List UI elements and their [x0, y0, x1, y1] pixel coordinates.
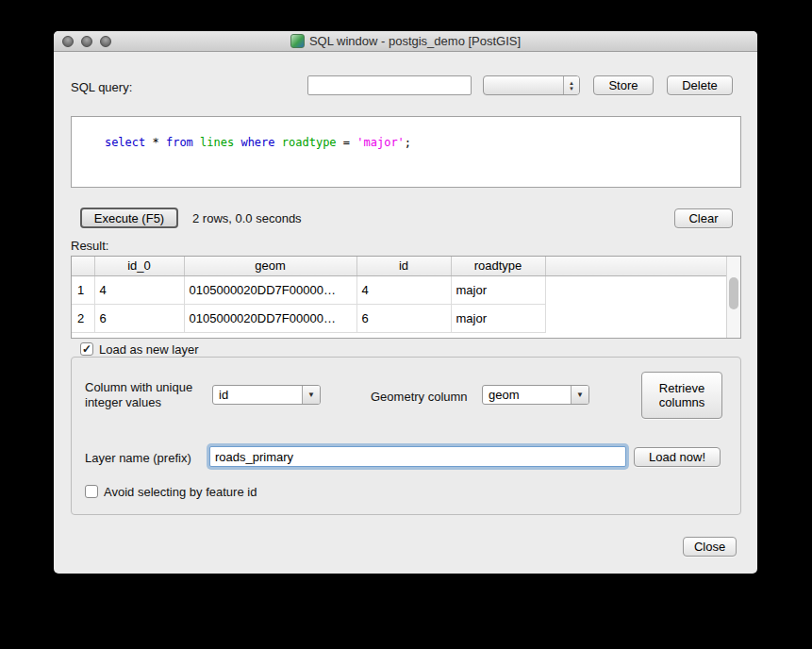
column-header-roadtype[interactable]: roadtype — [451, 257, 545, 275]
table-row: 1 4 0105000020DD7F00000… 4 major — [72, 275, 728, 304]
sql-token-keyword: where — [240, 136, 281, 149]
cell-id[interactable]: 6 — [356, 304, 451, 332]
avoid-selecting-label[interactable]: Avoid selecting by feature id — [104, 485, 257, 499]
cell-filler — [545, 304, 728, 332]
column-header-id_0[interactable]: id_0 — [94, 257, 184, 275]
row-number-cell[interactable]: 2 — [72, 304, 94, 332]
sql-window: SQL window - postgis_demo [PostGIS] SQL … — [54, 31, 757, 574]
cell-filler — [545, 275, 728, 304]
sql-token-identifier: lines — [200, 136, 240, 149]
sql-token-punctuation: ; — [405, 136, 411, 149]
geometry-column-label: Geometry column — [371, 390, 468, 404]
table-row: 2 6 0105000020DD7F00000… 6 major — [72, 304, 728, 332]
corner-header-cell — [72, 257, 94, 275]
table-header-row: id_0 geom id roadtype — [72, 257, 728, 275]
result-table-container: id_0 geom id roadtype 1 4 0105000020DD7F… — [71, 256, 741, 339]
window-title-area: SQL window - postgis_demo [PostGIS] — [290, 34, 521, 48]
column-header-filler — [545, 257, 728, 275]
sql-token-identifier: roadtype — [282, 136, 343, 149]
retrieve-columns-button[interactable]: Retrieve columns — [641, 372, 722, 419]
unique-column-dropdown[interactable]: id ▼ — [212, 385, 321, 405]
cell-id[interactable]: 4 — [356, 275, 451, 304]
unique-column-value: id — [213, 388, 302, 402]
column-header-id[interactable]: id — [356, 257, 451, 275]
geometry-column-dropdown[interactable]: geom ▼ — [482, 385, 589, 405]
titlebar[interactable]: SQL window - postgis_demo [PostGIS] — [54, 31, 757, 52]
avoid-selecting-checkbox[interactable] — [85, 485, 98, 498]
query-name-input[interactable] — [307, 75, 472, 95]
load-now-button[interactable]: Load now! — [634, 447, 721, 467]
result-table: id_0 geom id roadtype 1 4 0105000020DD7F… — [72, 257, 729, 333]
geometry-column-value: geom — [483, 388, 571, 402]
cell-roadtype[interactable]: major — [451, 304, 545, 332]
cell-id_0[interactable]: 6 — [94, 304, 184, 332]
vertical-scrollbar[interactable] — [726, 257, 740, 338]
chevron-down-icon: ▼ — [302, 386, 320, 404]
cell-geom[interactable]: 0105000020DD7F00000… — [184, 304, 356, 332]
scrollbar-thumb[interactable] — [729, 277, 738, 309]
cell-id_0[interactable]: 4 — [94, 275, 184, 304]
sql-window-icon — [290, 34, 305, 48]
sql-query-label: SQL query: — [71, 80, 132, 94]
query-status-text: 2 rows, 0.0 seconds — [192, 211, 302, 225]
column-header-geom[interactable]: geom — [184, 257, 356, 275]
window-controls — [62, 36, 111, 47]
query-preset-dropdown[interactable]: ▲ ▼ — [483, 75, 580, 95]
minimize-window-button[interactable] — [81, 36, 92, 47]
sql-token-operator: * — [152, 136, 165, 149]
stepper-arrows-icon: ▲ ▼ — [563, 76, 579, 94]
store-button[interactable]: Store — [593, 75, 654, 95]
cell-roadtype[interactable]: major — [451, 275, 545, 304]
zoom-window-button[interactable] — [100, 36, 111, 47]
sql-token-operator: = — [343, 136, 356, 149]
load-as-new-layer-label[interactable]: Load as new layer — [99, 342, 199, 357]
sql-token-keyword: from — [166, 136, 200, 149]
layer-name-input[interactable] — [209, 446, 626, 467]
sql-editor[interactable]: select * from lines where roadtype = 'ma… — [71, 116, 741, 188]
window-title: SQL window - postgis_demo [PostGIS] — [309, 34, 521, 48]
sql-token-string: 'major' — [356, 136, 405, 149]
row-number-cell[interactable]: 1 — [72, 275, 94, 304]
chevron-down-icon: ▼ — [571, 386, 588, 404]
close-window-button[interactable] — [62, 36, 74, 47]
result-label: Result: — [71, 239, 108, 253]
load-as-new-layer-checkbox[interactable]: ✓ — [80, 342, 93, 356]
execute-button[interactable]: Execute (F5) — [80, 208, 178, 228]
close-button[interactable]: Close — [683, 537, 737, 557]
stepper-down-icon: ▼ — [569, 86, 574, 92]
unique-column-label: Column with unique integer values — [85, 380, 209, 410]
layer-name-label: Layer name (prefix) — [85, 451, 191, 465]
checkmark-icon: ✓ — [82, 343, 91, 355]
cell-geom[interactable]: 0105000020DD7F00000… — [184, 275, 356, 304]
sql-token-keyword: select — [105, 136, 153, 149]
delete-button[interactable]: Delete — [667, 75, 733, 95]
clear-button[interactable]: Clear — [674, 208, 733, 228]
